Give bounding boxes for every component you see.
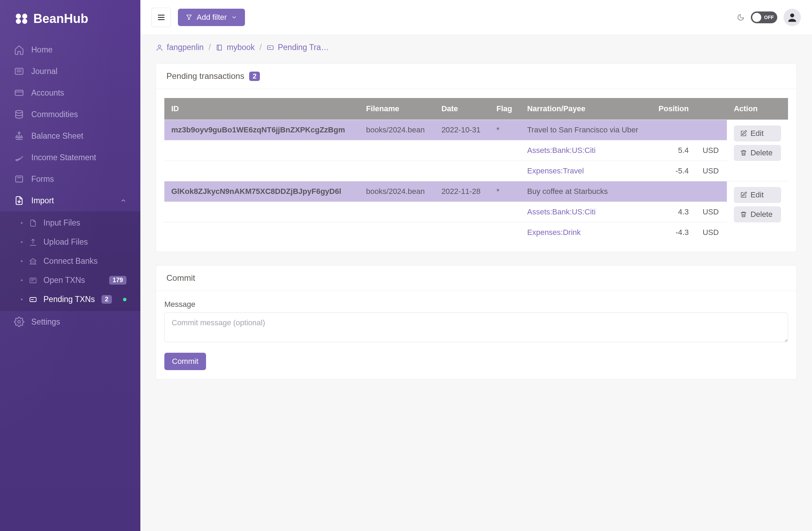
import-subnav: Input Files Upload Files Connect Banks O… xyxy=(0,211,140,311)
subnav-connect-banks[interactable]: Connect Banks xyxy=(0,252,140,271)
card-header: Commit xyxy=(156,266,796,291)
cell-amount: -4.3 xyxy=(650,222,696,243)
active-dot xyxy=(123,298,126,301)
cell-id: GlKok8ZJkycN9nAKM75XC8DDZjBJpyF6gyD6l xyxy=(164,181,359,202)
sidebar-item-settings[interactable]: Settings xyxy=(0,311,140,333)
subnav-label: Pending TXNs xyxy=(43,295,95,304)
breadcrumb-user[interactable]: fangpenlin xyxy=(156,43,204,52)
subnav-label: Upload Files xyxy=(43,237,88,247)
pending-transactions-card: Pending transactions 2 ID Filename Date … xyxy=(156,63,797,252)
sidebar-item-label: Settings xyxy=(31,317,60,327)
svg-rect-0 xyxy=(15,68,23,74)
dark-mode-toggle[interactable]: OFF xyxy=(751,11,777,23)
chevron-up-icon xyxy=(120,197,126,204)
sidebar-item-label: Journal xyxy=(31,67,57,76)
svg-point-9 xyxy=(158,45,161,47)
cell-date: 2022-10-31 xyxy=(434,120,489,140)
account-link[interactable]: Assets:Bank:US:Citi xyxy=(527,146,596,155)
cell-date: 2022-11-28 xyxy=(434,181,489,202)
subnav-open-txns[interactable]: Open TXNs 179 xyxy=(0,271,140,290)
message-label: Message xyxy=(164,300,788,309)
sidebar-item-forms[interactable]: Forms xyxy=(0,168,140,190)
sidebar-item-balance-sheet[interactable]: Balance Sheet xyxy=(0,125,140,147)
cell-filename: books/2024.bean xyxy=(359,181,435,202)
subnav-upload-files[interactable]: Upload Files xyxy=(0,232,140,252)
income-icon xyxy=(14,152,24,163)
breadcrumb-sep: / xyxy=(260,43,262,52)
accounts-icon xyxy=(14,88,24,98)
cell-position xyxy=(650,120,696,140)
sidebar-item-import[interactable]: Import xyxy=(0,190,140,211)
cell-currency xyxy=(696,181,727,202)
trash-icon xyxy=(740,211,747,218)
brand-name: BeanHub xyxy=(33,11,88,26)
svg-rect-5 xyxy=(30,278,36,283)
book-icon xyxy=(216,44,223,51)
breadcrumb-book[interactable]: mybook xyxy=(216,43,255,52)
sidebar-item-commodities[interactable]: Commodities xyxy=(0,104,140,125)
commit-button[interactable]: Commit xyxy=(164,353,206,370)
topbar: Add filter OFF xyxy=(140,0,812,35)
balance-icon xyxy=(14,131,24,141)
posting-row: Assets:Bank:US:Citi 4.3 USD xyxy=(164,202,788,222)
sidebar-item-label: Home xyxy=(31,45,52,55)
brand-logo[interactable]: BeanHub xyxy=(0,0,140,36)
delete-button[interactable]: Delete xyxy=(734,145,781,161)
breadcrumb: fangpenlin / mybook / Pending Tra… xyxy=(140,35,812,60)
sidebar-item-label: Income Statement xyxy=(31,153,96,162)
avatar[interactable] xyxy=(784,9,801,26)
import-icon xyxy=(14,195,24,206)
col-id: ID xyxy=(164,98,359,120)
sidebar-item-accounts[interactable]: Accounts xyxy=(0,82,140,104)
subnav-input-files[interactable]: Input Files xyxy=(0,213,140,232)
beanhub-icon xyxy=(14,11,29,26)
main-content: Add filter OFF fangpenlin / mybo xyxy=(140,0,812,531)
account-link[interactable]: Assets:Bank:US:Citi xyxy=(527,207,596,216)
pending-txns-badge: 2 xyxy=(101,295,112,304)
cell-flag: * xyxy=(490,181,520,202)
table-row: GlKok8ZJkycN9nAKM75XC8DDZjBJpyF6gyD6l bo… xyxy=(164,181,788,202)
sidebar-item-income-statement[interactable]: Income Statement xyxy=(0,147,140,168)
cell-currency: USD xyxy=(696,140,727,161)
cell-amount: 4.3 xyxy=(650,202,696,222)
col-filename: Filename xyxy=(359,98,435,120)
col-flag: Flag xyxy=(490,98,520,120)
chevron-down-icon xyxy=(231,14,237,21)
user-icon xyxy=(156,44,163,51)
sidebar-item-journal[interactable]: Journal xyxy=(0,60,140,82)
edit-button[interactable]: Edit xyxy=(734,125,781,141)
card-header: Pending transactions 2 xyxy=(156,64,796,89)
cell-amount: 5.4 xyxy=(650,140,696,161)
edit-icon xyxy=(740,130,747,137)
pending-txns-icon xyxy=(29,295,37,304)
edit-button[interactable]: Edit xyxy=(734,187,781,203)
cell-amount: -5.4 xyxy=(650,161,696,181)
commit-card: Commit Message Commit xyxy=(156,265,797,379)
sidebar-item-home[interactable]: Home xyxy=(0,39,140,60)
main-nav: Home Journal Accounts Commodities Balanc… xyxy=(0,36,140,335)
account-link[interactable]: Expenses:Drink xyxy=(527,228,581,237)
col-narration: Narration/Payee xyxy=(520,98,650,120)
breadcrumb-page[interactable]: Pending Tra… xyxy=(266,43,329,52)
journal-icon xyxy=(14,66,24,76)
svg-rect-1 xyxy=(15,90,23,96)
posting-row: Expenses:Drink -4.3 USD xyxy=(164,222,788,243)
commodities-icon xyxy=(14,109,24,120)
commit-message-input[interactable] xyxy=(164,312,788,342)
open-txns-icon xyxy=(29,276,37,285)
toggle-label: OFF xyxy=(764,15,774,20)
transactions-table: ID Filename Date Flag Narration/Payee Po… xyxy=(164,98,788,243)
cell-actions: Edit Delete xyxy=(727,181,788,243)
forms-icon xyxy=(14,174,24,184)
delete-button[interactable]: Delete xyxy=(734,206,781,222)
file-icon xyxy=(29,219,37,227)
open-txns-badge: 179 xyxy=(109,276,126,285)
col-position: Position xyxy=(650,98,696,120)
account-link[interactable]: Expenses:Travel xyxy=(527,166,584,175)
hamburger-button[interactable] xyxy=(151,8,171,27)
add-filter-button[interactable]: Add filter xyxy=(178,9,245,26)
gear-icon xyxy=(14,317,24,327)
subnav-pending-txns[interactable]: Pending TXNs 2 xyxy=(0,290,140,309)
home-icon xyxy=(14,44,24,55)
posting-row: Assets:Bank:US:Citi 5.4 USD xyxy=(164,140,788,161)
